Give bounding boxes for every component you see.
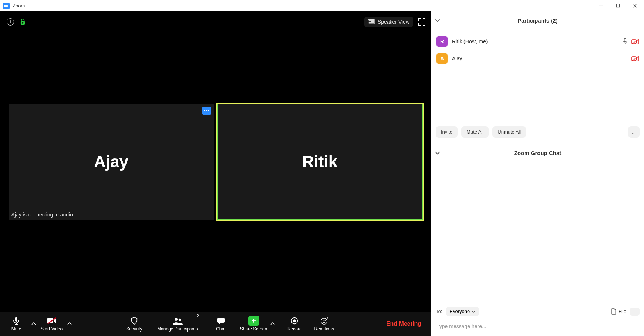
- camera-off-icon: [631, 56, 639, 61]
- window-minimize-button[interactable]: [597, 3, 604, 9]
- window-title: Zoom: [13, 3, 597, 9]
- svg-point-24: [323, 320, 323, 320]
- chat-file-button[interactable]: File: [611, 308, 626, 315]
- video-area: E Speaker View ••• Ajay Ajay is connecti…: [0, 11, 431, 336]
- chat-recipient-dropdown[interactable]: Everyone: [446, 307, 479, 316]
- camera-off-icon: [631, 39, 639, 44]
- meeting-info-icon[interactable]: [7, 18, 14, 26]
- chat-header: Zoom Group Chat: [431, 144, 644, 162]
- speaker-view-button[interactable]: Speaker View: [364, 17, 413, 27]
- tile-status-label: Ajay is connecting to audio ...: [11, 212, 79, 218]
- participant-row[interactable]: A Ajay: [431, 50, 644, 67]
- share-options-caret[interactable]: [270, 315, 275, 333]
- svg-point-23: [321, 318, 327, 324]
- svg-point-5: [10, 20, 11, 21]
- avatar: A: [436, 53, 448, 64]
- participants-header: Participants (2): [431, 11, 644, 30]
- end-meeting-button[interactable]: End Meeting: [386, 320, 421, 327]
- chat-messages: [431, 162, 644, 303]
- reactions-icon: +: [320, 316, 328, 325]
- svg-point-19: [179, 318, 181, 320]
- participant-row[interactable]: R Ritik (Host, me): [431, 33, 644, 50]
- security-button[interactable]: Security: [124, 315, 145, 333]
- collapse-chat-button[interactable]: [435, 151, 440, 155]
- participants-icon: [172, 316, 183, 325]
- participant-name: Ritik (Host, me): [452, 38, 618, 44]
- tile-name-label: Ajay: [94, 152, 128, 171]
- shield-icon: [130, 316, 138, 325]
- svg-rect-12: [371, 20, 374, 24]
- svg-point-25: [325, 320, 326, 320]
- svg-rect-13: [15, 317, 17, 322]
- audio-options-caret[interactable]: [31, 315, 36, 333]
- chat-icon: [216, 316, 225, 325]
- video-tile-ritik[interactable]: Ritik: [217, 104, 423, 220]
- camera-off-icon: [47, 316, 57, 325]
- chat-more-button[interactable]: ···: [630, 308, 640, 316]
- microphone-icon: [623, 38, 628, 45]
- participant-name: Ajay: [452, 56, 627, 61]
- chat-section: Zoom Group Chat To: Everyone File ···: [431, 144, 644, 336]
- video-tile-ajay[interactable]: ••• Ajay Ajay is connecting to audio ...: [9, 104, 214, 220]
- svg-rect-27: [624, 38, 626, 42]
- svg-point-22: [293, 319, 296, 322]
- speaker-view-label: Speaker View: [378, 19, 409, 25]
- chat-controls: To: Everyone File ···: [431, 303, 644, 320]
- reactions-button[interactable]: + Reactions: [314, 315, 334, 333]
- mute-all-button[interactable]: Mute All: [461, 126, 489, 138]
- chat-button[interactable]: Chat: [210, 315, 231, 333]
- zoom-logo-icon: [3, 3, 10, 9]
- invite-button[interactable]: Invite: [436, 126, 458, 138]
- mute-button[interactable]: Mute: [6, 316, 27, 332]
- meeting-toolbar: Mute Start Video: [0, 312, 431, 336]
- avatar: R: [436, 36, 448, 47]
- participants-more-button[interactable]: ...: [628, 126, 640, 138]
- share-screen-icon: [248, 316, 259, 326]
- svg-rect-20: [217, 318, 225, 323]
- record-icon: [290, 316, 299, 325]
- chat-to-label: To:: [436, 309, 442, 314]
- tile-name-label: Ritik: [302, 152, 337, 171]
- fullscreen-button[interactable]: [418, 18, 426, 26]
- start-video-button[interactable]: Start Video: [41, 316, 63, 332]
- share-screen-button[interactable]: Share Screen: [240, 316, 267, 332]
- record-button[interactable]: Record: [284, 315, 305, 333]
- participants-list: R Ritik (Host, me) A Ajay: [431, 30, 644, 70]
- window-titlebar: Zoom: [0, 0, 644, 11]
- svg-text:+: +: [327, 317, 328, 320]
- microphone-icon: [12, 316, 21, 325]
- svg-text:E: E: [22, 22, 24, 24]
- unmute-all-button[interactable]: Unmute All: [492, 126, 526, 138]
- chat-input[interactable]: [431, 320, 644, 336]
- svg-rect-2: [616, 4, 619, 7]
- video-options-caret[interactable]: [67, 315, 72, 333]
- svg-point-18: [175, 318, 178, 321]
- svg-rect-6: [10, 21, 11, 23]
- manage-participants-button[interactable]: 2 Manage Participants: [154, 315, 202, 333]
- side-panel: Participants (2) R Ritik (Host, me) A Aj…: [431, 11, 644, 336]
- svg-rect-0: [4, 5, 7, 7]
- window-close-button[interactable]: [631, 3, 638, 9]
- svg-rect-10: [369, 20, 371, 22]
- participants-actions: Invite Mute All Unmute All ...: [431, 122, 644, 144]
- encryption-lock-icon[interactable]: E: [20, 19, 26, 25]
- participants-count-badge: 2: [197, 313, 199, 318]
- tile-more-button[interactable]: •••: [202, 107, 211, 115]
- window-maximize-button[interactable]: [614, 3, 621, 9]
- collapse-participants-button[interactable]: [435, 19, 440, 23]
- svg-rect-11: [369, 22, 371, 24]
